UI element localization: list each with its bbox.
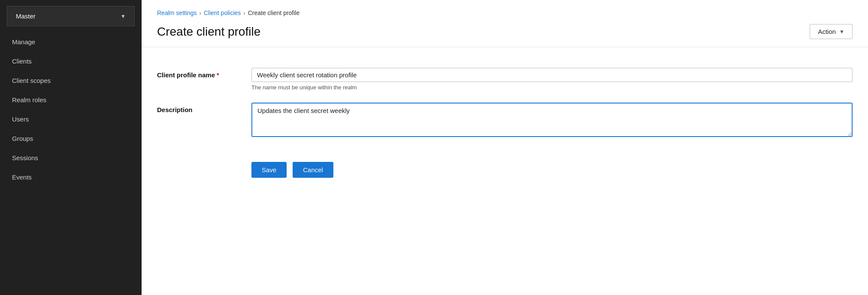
sidebar-item-manage[interactable]: Manage xyxy=(0,32,142,52)
page-header: Create client profile Action ▼ xyxy=(142,21,868,47)
breadcrumb: Realm settings › Client policies › Creat… xyxy=(142,0,868,21)
action-button[interactable]: Action ▼ xyxy=(810,24,853,39)
profile-name-hint: The name must be unique within the realm xyxy=(251,84,853,91)
header-divider xyxy=(142,47,868,47)
description-textarea[interactable] xyxy=(251,103,853,137)
profile-name-label: Client profile name * xyxy=(157,68,251,79)
breadcrumb-current: Create client profile xyxy=(248,9,300,16)
profile-name-row: Client profile name * The name must be u… xyxy=(157,68,853,91)
sidebar-item-clients[interactable]: Clients xyxy=(0,52,142,71)
sidebar-item-sessions[interactable]: Sessions xyxy=(0,148,142,167)
form-section: Client profile name * The name must be u… xyxy=(142,59,868,158)
sidebar-item-events[interactable]: Events xyxy=(0,167,142,187)
description-row: Description xyxy=(157,103,853,137)
description-field xyxy=(251,103,853,137)
profile-name-field: The name must be unique within the realm xyxy=(251,68,853,91)
realm-selector-chevron: ▼ xyxy=(121,13,126,19)
action-button-chevron: ▼ xyxy=(839,29,844,35)
sidebar-item-users[interactable]: Users xyxy=(0,109,142,129)
realm-selector-label: Master xyxy=(16,12,36,20)
breadcrumb-realm-settings[interactable]: Realm settings xyxy=(157,9,197,16)
description-label: Description xyxy=(157,103,251,113)
required-star: * xyxy=(217,72,219,79)
breadcrumb-sep-1: › xyxy=(200,10,201,16)
breadcrumb-sep-2: › xyxy=(243,10,245,16)
cancel-button[interactable]: Cancel xyxy=(293,162,333,178)
main-content: Realm settings › Client policies › Creat… xyxy=(142,0,868,295)
realm-selector[interactable]: Master ▼ xyxy=(7,6,135,26)
sidebar-item-realm-roles[interactable]: Realm roles xyxy=(0,90,142,109)
sidebar: Master ▼ Manage Clients Client scopes Re… xyxy=(0,0,142,295)
action-button-label: Action xyxy=(818,28,836,35)
save-button[interactable]: Save xyxy=(251,162,287,178)
breadcrumb-client-policies[interactable]: Client policies xyxy=(204,9,241,16)
button-row: Save Cancel xyxy=(142,158,868,182)
profile-name-input[interactable] xyxy=(251,68,853,82)
page-title: Create client profile xyxy=(157,25,260,39)
sidebar-item-groups[interactable]: Groups xyxy=(0,129,142,148)
sidebar-item-client-scopes[interactable]: Client scopes xyxy=(0,71,142,90)
